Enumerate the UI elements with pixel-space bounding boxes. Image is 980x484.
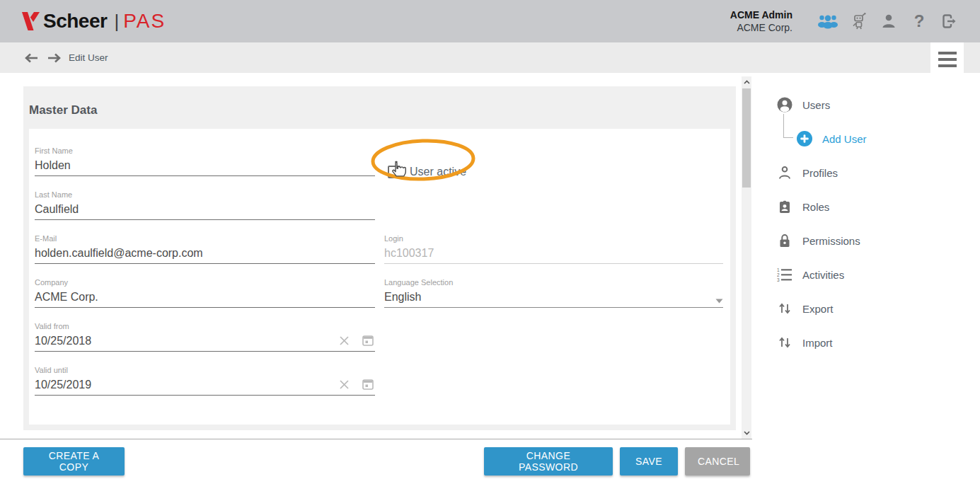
valid-from-field[interactable]: Valid from 10/25/2018 — [35, 322, 375, 366]
help-icon[interactable]: ? — [909, 11, 930, 32]
language-label: Language Selection — [384, 278, 723, 289]
email-value[interactable]: holden.caulfield@acme-corp.com — [35, 247, 375, 260]
admin-sidebar: Users Add User Profiles — [777, 88, 968, 359]
sidebar-item-label: Import — [802, 337, 833, 349]
sidebar-item-add-user[interactable]: Add User — [777, 122, 968, 156]
valid-until-label: Valid until — [35, 366, 375, 376]
brand-divider: | — [114, 11, 119, 33]
profile-icon[interactable] — [878, 11, 899, 32]
company-label: Company — [35, 278, 375, 289]
lock-icon — [777, 233, 792, 248]
brand-text: Scheer — [43, 10, 107, 33]
valid-from-label: Valid from — [35, 322, 375, 333]
import-export-icon — [777, 301, 792, 316]
calendar-icon[interactable] — [361, 333, 375, 347]
app-header: Scheer | PAS ACME Admin ACME Corp. — [0, 0, 980, 42]
scroll-down-icon[interactable] — [742, 427, 751, 439]
last-name-label: Last Name — [35, 190, 375, 201]
company-field[interactable]: Company ACME Corp. — [35, 278, 375, 322]
product-text: PAS — [123, 10, 166, 33]
sidebar-item-import[interactable]: Import — [777, 325, 968, 359]
footer-divider — [0, 439, 752, 439]
current-user-name: ACME Admin — [730, 8, 792, 21]
save-button[interactable]: SAVE — [620, 447, 678, 476]
scheer-pas-logo: Scheer | PAS — [21, 10, 166, 33]
sidebar-item-label: Profiles — [802, 167, 838, 179]
svg-text:1: 1 — [777, 267, 780, 272]
chevron-down-icon — [715, 299, 723, 304]
change-password-button[interactable]: CHANGE PASSWORD — [484, 447, 613, 476]
login-label: Login — [384, 234, 723, 245]
back-arrow-icon[interactable] — [23, 52, 39, 64]
import-export-icon — [777, 335, 792, 350]
first-name-field[interactable]: First Name Holden — [35, 146, 375, 190]
forward-arrow-icon[interactable] — [47, 52, 62, 64]
first-name-value[interactable]: Holden — [35, 159, 375, 172]
breadcrumb-bar: Edit User — [0, 42, 980, 73]
logout-icon[interactable] — [939, 11, 960, 32]
svg-text:2: 2 — [777, 272, 780, 277]
hamburger-menu-icon[interactable] — [930, 42, 964, 76]
scroll-up-icon[interactable] — [742, 76, 751, 88]
master-data-panel: Master Data First Name Holden User activ… — [23, 86, 736, 430]
first-name-label: First Name — [35, 146, 375, 157]
sidebar-item-label: Permissions — [802, 235, 860, 247]
email-field[interactable]: E-Mail holden.caulfield@acme-corp.com — [35, 234, 375, 278]
add-circle-icon — [797, 131, 812, 146]
login-value: hc100317 — [384, 247, 723, 260]
sidebar-item-permissions[interactable]: Permissions — [777, 224, 968, 258]
sidebar-item-label: Activities — [802, 269, 844, 281]
main-area: Master Data First Name Holden User activ… — [0, 73, 980, 484]
user-active-row: User active — [388, 164, 723, 180]
page-title: Edit User — [69, 52, 108, 63]
cancel-button[interactable]: CANCEL — [685, 447, 750, 476]
user-active-checkbox[interactable] — [388, 166, 400, 178]
create-copy-button[interactable]: CREATE A COPY — [23, 447, 125, 476]
panel-title: Master Data — [23, 86, 736, 117]
valid-from-value[interactable]: 10/25/2018 — [35, 335, 327, 347]
sidebar-item-label: Users — [802, 99, 830, 111]
sidebar-item-label: Add User — [822, 133, 867, 145]
master-data-form: First Name Holden User active Last Name … — [29, 129, 730, 425]
badge-icon — [777, 199, 792, 214]
language-value[interactable]: English — [384, 291, 715, 304]
scrollbar-thumb[interactable] — [742, 88, 751, 188]
content-scrollbar — [742, 76, 751, 439]
sidebar-item-export[interactable]: Export — [777, 292, 968, 325]
login-field: Login hc100317 — [384, 234, 723, 278]
valid-until-field[interactable]: Valid until 10/25/2019 — [35, 366, 375, 410]
calendar-icon[interactable] — [361, 377, 375, 391]
company-value[interactable]: ACME Corp. — [35, 291, 375, 304]
email-label: E-Mail — [35, 234, 375, 245]
user-active-label: User active — [410, 166, 466, 178]
current-user-org: ACME Corp. — [730, 21, 792, 34]
numbered-list-icon: 1 2 3 — [777, 267, 792, 282]
last-name-field[interactable]: Last Name Caulfield — [35, 190, 375, 234]
sidebar-item-label: Export — [802, 303, 833, 315]
user-management-icon[interactable] — [817, 11, 838, 32]
clear-date-icon[interactable] — [337, 377, 351, 391]
sidebar-item-roles[interactable]: Roles — [777, 190, 968, 224]
account-circle-icon — [777, 97, 792, 113]
clear-date-icon[interactable] — [337, 333, 351, 347]
sidebar-item-label: Roles — [802, 201, 829, 213]
robot-icon[interactable] — [848, 11, 869, 32]
sidebar-item-users[interactable]: Users — [777, 88, 968, 122]
svg-text:3: 3 — [777, 277, 780, 282]
valid-until-value[interactable]: 10/25/2019 — [35, 379, 327, 391]
sidebar-item-activities[interactable]: 1 2 3 Activities — [777, 258, 968, 292]
scheer-logo-mark — [21, 11, 40, 32]
sidebar-item-profiles[interactable]: Profiles — [777, 156, 968, 190]
last-name-value[interactable]: Caulfield — [35, 203, 375, 216]
person-outline-icon — [777, 165, 792, 180]
language-select-field[interactable]: Language Selection English — [384, 278, 723, 322]
current-user-info: ACME Admin ACME Corp. — [730, 8, 792, 34]
tree-connector — [783, 114, 793, 138]
